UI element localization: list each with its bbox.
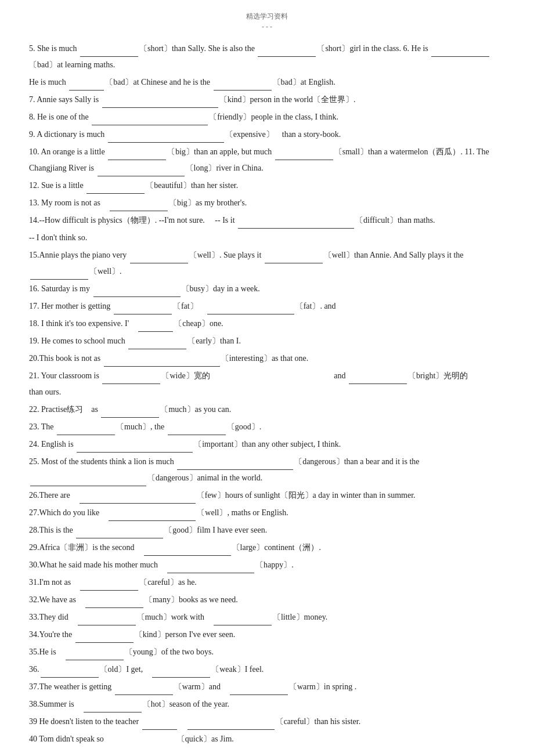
blank-19: [128, 340, 186, 349]
sentence-23: 23. The 〔much〕, the 〔good〕.: [29, 419, 505, 435]
blank-36a: [41, 668, 99, 678]
blank-35: [66, 651, 124, 660]
blank-15c: [30, 270, 88, 280]
blank-16: [93, 288, 181, 297]
blank-7: [102, 99, 218, 108]
blank-13: [110, 202, 168, 211]
sentence-34: 34.You're the 〔kind〕person I've ever see…: [29, 627, 505, 643]
sentence-35: 35.He is 〔young〕of the two boys.: [29, 644, 505, 660]
blank-38: [84, 703, 142, 712]
blank-37b: [230, 686, 288, 695]
blank-12: [86, 185, 145, 194]
sentence-13: 13. My room is not as 〔big〕as my brother…: [29, 195, 505, 211]
sentence-38: 38.Summer is 〔hot〕season of the year.: [29, 696, 505, 712]
blank-5a: [80, 48, 138, 57]
blank-23a: [57, 426, 115, 435]
blank-32: [85, 599, 143, 608]
sentence-33: 33.They did 〔much〕work with 〔little〕mone…: [29, 609, 505, 625]
sentence-15a: 15.Annie plays the piano very 〔well〕. Su…: [29, 247, 505, 280]
main-content: 5. She is much 〔short〕than Sally. She is…: [29, 41, 505, 756]
blank-21b: [349, 375, 407, 384]
sentence-5: 5. She is much 〔short〕than Sally. She is…: [29, 41, 505, 73]
blank-36b: [152, 668, 210, 678]
sentence-7: 7. Annie says Sally is 〔kind〕person in t…: [29, 92, 505, 108]
sentence-8: 8. He is one of the 〔friendly〕people in …: [29, 109, 505, 125]
blank-21a: [102, 375, 160, 384]
sentence-21: 21. Your classroom is 〔wide〕宽的 and 〔brig…: [29, 368, 505, 400]
blank-30: [167, 564, 254, 573]
sentence-19: 19. He comes to school much 〔early〕than …: [29, 333, 505, 349]
sentence-16: 16. Saturday is my 〔busy〕day in a week.: [29, 281, 505, 297]
sentence-36: 36.〔old〕I get, 〔weak〕I feel.: [29, 661, 505, 678]
header-label: 精选学习资料: [29, 12, 505, 21]
blank-10b: [275, 151, 333, 160]
blank-23b: [168, 426, 226, 435]
sentence-26: 26.There are 〔few〕hours of sunlight〔阳光〕a…: [29, 487, 505, 504]
blank-26: [80, 494, 196, 504]
blank-27: [109, 512, 196, 521]
blank-37a: [115, 686, 173, 695]
blank-15a: [130, 254, 188, 263]
blank-9: [108, 133, 224, 143]
blank-22: [101, 408, 159, 418]
blank-20: [104, 357, 220, 367]
blank-14: [238, 219, 354, 229]
blank-11: [98, 167, 185, 176]
section3-title: 三、单项挑选: [29, 753, 505, 756]
blank-39b: [187, 721, 275, 730]
sentence-9: 9. A dictionary is much 〔expensive〕 than…: [29, 126, 505, 143]
sentence-14b: -- I don't think so.: [29, 230, 505, 246]
sentence-28: 28.This is the 〔good〕film I have ever se…: [29, 522, 505, 538]
blank-8: [92, 116, 208, 125]
blank-17b: [207, 305, 294, 314]
sentence-18: 18. I think it's too expensive. I' 〔chea…: [29, 316, 505, 332]
sentence-22: 22. Practise练习 as 〔much〕as you can.: [29, 401, 505, 418]
blank-17a: [114, 305, 172, 314]
sentence-14: 14.--How difficult is physics（物理）. --I'm…: [29, 212, 505, 229]
sentence-6b: He is much 〔bad〕at Chinese and he is the…: [29, 74, 505, 91]
blank-6b: [69, 81, 104, 91]
blank-25b: [30, 477, 146, 486]
blank-34: [75, 634, 134, 643]
sentence-40: 40 Tom didn't speak so 〔quick〕as Jim.: [29, 731, 505, 747]
blank-28: [76, 529, 163, 538]
blank-24: [77, 443, 193, 453]
sentence-29: 29.Africa〔非洲〕is the second 〔large〕contin…: [29, 540, 505, 556]
blank-33a: [78, 616, 136, 625]
blank-39a: [142, 721, 177, 730]
blank-33b: [214, 616, 272, 625]
blank-15b: [265, 254, 323, 263]
header-dots: - - -: [29, 23, 505, 31]
blank-6c: [214, 81, 272, 91]
blank-5b: [258, 48, 316, 57]
blank-18: [138, 323, 173, 332]
sentence-10: 10. An orange is a little 〔big〕than an a…: [29, 144, 505, 176]
sentence-39: 39 He doesn't listen to the teacher 〔car…: [29, 714, 505, 730]
sentence-37: 37.The weather is getting 〔warm〕and 〔war…: [29, 679, 505, 695]
sentence-25a: 25. Most of the students think a lion is…: [29, 454, 505, 486]
sentence-31: 31.I'm not as 〔careful〕as he.: [29, 574, 505, 591]
blank-31: [80, 581, 138, 591]
sentence-27: 27.Which do you like 〔well〕, maths or En…: [29, 505, 505, 521]
blank-10a: [108, 151, 166, 160]
blank-25a: [177, 461, 293, 470]
sentence-17: 17. Her mother is getting 〔fat〕 〔fat〕. a…: [29, 298, 505, 314]
sentence-20: 20.This book is not as 〔interesting〕as t…: [29, 350, 505, 367]
blank-29: [144, 547, 231, 556]
sentence-12: 12. Sue is a little 〔beautiful〕than her …: [29, 178, 505, 194]
blank-6a: [431, 48, 489, 57]
sentence-32: 32.We have as 〔many〕books as we need.: [29, 592, 505, 608]
sentence-24: 24. English is 〔important〕than any other…: [29, 436, 505, 453]
sentence-30: 30.What he said made his mother much 〔ha…: [29, 557, 505, 573]
